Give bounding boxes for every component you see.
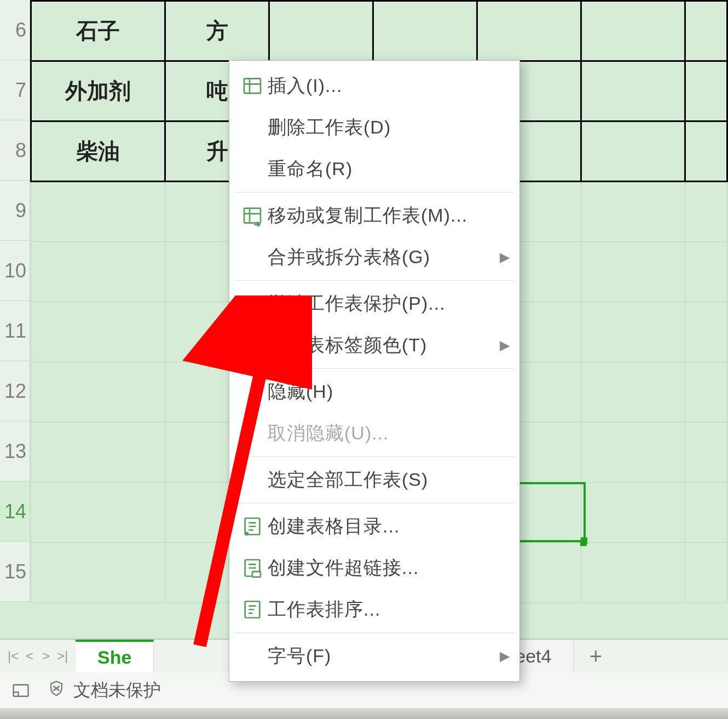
cell[interactable] [685,422,727,483]
sheet-tab-active[interactable]: She [76,640,154,672]
cell[interactable] [581,362,685,422]
row-header[interactable]: 7 [0,60,30,120]
menu-item-label: 合并或拆分表格(G) [268,245,500,270]
cell[interactable]: 方 [165,1,269,61]
menu-item-label: 字号(F) [268,643,500,669]
menu-item[interactable]: 撤消工作表保护(P)... [229,283,519,324]
cell[interactable] [31,302,165,362]
row-header[interactable]: 6 [0,0,30,60]
row-header[interactable]: 8 [0,120,30,181]
cell[interactable] [31,483,165,543]
tab-nav-last-icon[interactable]: >| [55,648,70,664]
cell[interactable] [31,543,165,603]
chevron-right-icon: ▶ [500,338,510,353]
menu-item-label: 工作表排序... [268,597,510,622]
menu-item[interactable]: 字号(F)▶ [229,635,519,677]
menu-item[interactable]: 工作表排序... [229,589,519,630]
toc-icon [237,515,268,537]
svg-rect-1 [244,208,261,223]
menu-item-label: 创建表格目录... [268,514,510,539]
cell[interactable]: 柴油 [31,121,165,182]
svg-rect-7 [252,572,261,577]
chevron-right-icon: ▶ [500,648,510,664]
menu-item[interactable]: 合并或拆分表格(G)▶ [229,236,519,278]
os-taskbar-edge [0,708,728,719]
cell[interactable] [581,61,685,121]
svg-rect-0 [244,79,261,94]
cell[interactable] [685,61,727,121]
cell[interactable] [685,242,727,302]
lock-icon [237,293,268,315]
row-header[interactable]: 11 [0,301,30,361]
row-header[interactable]: 9 [0,181,30,241]
cell[interactable] [581,182,685,242]
menu-item[interactable]: 选定全部工作表(S) [229,459,519,501]
menu-item[interactable]: 工作表标签颜色(T)▶ [229,324,519,366]
menu-item[interactable]: 创建表格目录... [229,506,519,547]
menu-item-label: 创建文件超链接... [268,555,510,581]
tab-nav-prev-icon[interactable]: < [22,648,37,664]
cell[interactable] [31,422,165,483]
reading-layout-icon[interactable] [11,681,31,700]
cell[interactable] [685,543,727,603]
cell[interactable] [31,362,165,422]
cell[interactable] [581,302,685,362]
menu-separator [235,368,514,369]
tab-nav-first-icon[interactable]: |< [5,648,21,664]
document-protect-status[interactable]: 文档未保护 [47,679,161,703]
cell[interactable] [581,121,685,182]
menu-item-label: 移动或复制工作表(M)... [268,203,510,228]
menu-separator [235,456,514,457]
cell[interactable] [685,362,727,422]
menu-item[interactable]: 重命名(R) [229,148,519,190]
cell[interactable] [269,1,373,61]
cell[interactable] [581,483,685,543]
cell[interactable] [477,1,581,61]
menu-item-label: 删除工作表(D) [268,115,510,140]
sort-sheet-icon [237,599,268,621]
menu-item-label: 工作表标签颜色(T) [268,333,500,358]
tab-nav-controls: |< < > >| [0,640,76,672]
plus-icon: + [590,644,602,669]
cell[interactable] [31,242,165,302]
cell[interactable] [685,302,727,362]
tab-nav-next-icon[interactable]: > [38,648,54,664]
row-header-selected[interactable]: 14 [0,482,30,542]
cell[interactable] [581,1,685,61]
shield-icon [47,679,66,702]
cell[interactable] [373,1,477,61]
menu-item-label: 重命名(R) [268,156,510,182]
row-header[interactable]: 12 [0,361,30,421]
cell[interactable]: 石子 [31,1,165,61]
cell[interactable] [685,121,727,182]
menu-item-label: 隐藏(H) [268,379,510,404]
table-move-icon [237,205,268,227]
link-file-icon [237,557,268,579]
menu-item-label: 插入(I)... [268,73,510,98]
cell[interactable] [31,182,165,242]
menu-item[interactable]: 隐藏(H) [229,371,519,413]
chevron-right-icon: ▶ [500,250,510,265]
menu-item[interactable]: 创建文件超链接... [229,547,519,589]
row-header[interactable]: 10 [0,241,30,301]
menu-separator [235,280,514,281]
cell[interactable] [685,182,727,242]
cell[interactable] [581,543,685,603]
cell[interactable] [685,483,727,543]
menu-item[interactable]: 删除工作表(D) [229,107,519,148]
row-header[interactable]: 15 [0,542,30,602]
menu-item: 取消隐藏(U)... [229,413,519,454]
menu-item[interactable]: 插入(I)... [229,65,519,107]
row-header[interactable]: 13 [0,421,30,482]
table-insert-icon [237,75,268,97]
protect-status-label: 文档未保护 [73,679,161,703]
svg-rect-2 [247,303,258,311]
add-sheet-button[interactable]: + [574,640,617,672]
cell[interactable] [685,1,727,61]
cell[interactable] [581,242,685,302]
cell[interactable] [581,422,685,483]
cell[interactable]: 外加剂 [31,61,165,121]
menu-item[interactable]: 移动或复制工作表(M)... [229,195,519,236]
tab-color-icon [237,334,268,356]
svg-rect-3 [244,338,261,353]
